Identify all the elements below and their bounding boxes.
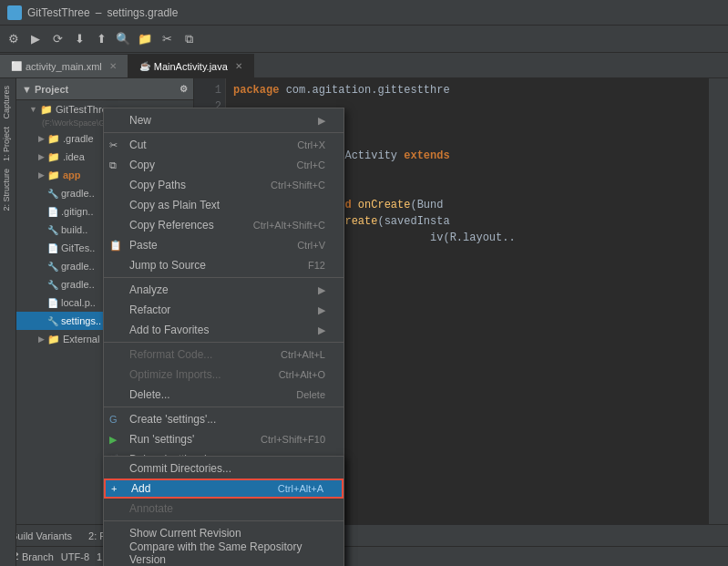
project-settings-icon[interactable]: ⚙ <box>179 84 188 94</box>
git-menu-label-add: Add <box>131 482 150 495</box>
tab-activity-main[interactable]: ⬜ activity_main.xml ✕ <box>0 54 128 77</box>
side-label-structure[interactable]: 2: Structure <box>0 165 13 215</box>
menu-label-refactor: Refactor <box>129 304 170 316</box>
menu-sep-1 <box>104 132 343 133</box>
side-labels-strip: Captures 1: Project 2: Structure <box>0 78 16 566</box>
tree-label-local: local.p.. <box>61 297 96 308</box>
git-submenu: Commit Directories... + Add Ctrl+Alt+A A… <box>103 456 344 566</box>
folder-icon-external: 📁 <box>47 334 60 345</box>
menu-item-analyze[interactable]: Analyze ▶ <box>104 280 343 300</box>
tree-arrow-gradle: ▶ <box>38 134 45 143</box>
git-menu-commit[interactable]: Commit Directories... <box>104 458 343 479</box>
toolbar-btn-1[interactable]: ⚙ <box>4 29 24 49</box>
file-icon-gitprop: 📄 <box>47 243 58 253</box>
menu-sep-2 <box>104 277 343 278</box>
shortcut-paste: Ctrl+V <box>297 240 325 251</box>
git-sep-1 <box>104 520 343 521</box>
menu-label-paste: Paste <box>129 239 158 252</box>
git-menu-label-annotate: Annotate <box>129 502 173 515</box>
shortcut-delete: Delete <box>296 389 325 400</box>
menu-item-copy-refs[interactable]: Copy References Ctrl+Alt+Shift+C <box>104 215 343 235</box>
menu-sep-3 <box>104 342 343 343</box>
side-label-project[interactable]: 1: Project <box>0 123 13 165</box>
folder-icon-idea: 📁 <box>47 151 60 163</box>
menu-item-add-favorites[interactable]: Add to Favorites ▶ <box>104 320 343 340</box>
menu-item-create[interactable]: G Create 'settings'... <box>104 409 343 429</box>
menu-item-run[interactable]: ▶ Run 'settings' Ctrl+Shift+F10 <box>104 429 343 449</box>
tab-bar: ⬜ activity_main.xml ✕ ☕ MainActivity.jav… <box>0 53 728 78</box>
toolbar-btn-9[interactable]: ⧉ <box>179 29 199 49</box>
menu-label-run: Run 'settings' <box>129 433 194 446</box>
toolbar: ⚙ ▶ ⟳ ⬇ ⬆ 🔍 📁 ✂ ⧉ <box>0 26 728 53</box>
shortcut-copy-paths: Ctrl+Shift+C <box>271 180 325 190</box>
folder-icon-app: 📁 <box>47 170 60 181</box>
tree-arrow-idea: ▶ <box>38 152 45 161</box>
submenu-arrow-favorites: ▶ <box>318 324 325 336</box>
tree-arrow-app: ▶ <box>38 170 45 180</box>
menu-label-copy-refs: Copy References <box>129 219 214 232</box>
tree-label-build: build.. <box>61 224 87 235</box>
create-icon: G <box>109 414 118 425</box>
git-menu-compare-same[interactable]: Compare with the Same Repository Version <box>104 543 343 563</box>
toolbar-btn-8[interactable]: ✂ <box>157 29 177 49</box>
menu-item-jump-source[interactable]: Jump to Source F12 <box>104 255 343 275</box>
menu-item-new[interactable]: New ▶ <box>104 110 343 130</box>
tree-label-gradle2: gradle.. <box>61 188 95 199</box>
toolbar-btn-4[interactable]: ⬇ <box>69 29 89 49</box>
git-menu-label-commit: Commit Directories... <box>129 462 231 475</box>
tab-close-2[interactable]: ✕ <box>235 61 242 71</box>
tab-close-1[interactable]: ✕ <box>109 61 117 71</box>
tree-arrow-root: ▼ <box>29 105 37 114</box>
file-name: settings.gradle <box>107 6 178 19</box>
shortcut-reformat: Ctrl+Alt+L <box>281 349 325 360</box>
toolbar-btn-2[interactable]: ▶ <box>26 29 46 49</box>
file-icon-local: 📄 <box>47 298 58 308</box>
status-encoding[interactable]: UTF-8 <box>61 551 89 562</box>
menu-label-analyze: Analyze <box>129 283 169 296</box>
cut-icon: ✂ <box>109 139 118 151</box>
paste-icon: 📋 <box>109 240 122 252</box>
menu-item-cut[interactable]: ✂ Cut Ctrl+X <box>104 135 343 155</box>
toolbar-btn-6[interactable]: 🔍 <box>113 29 133 49</box>
menu-label-create: Create 'settings'... <box>129 413 216 426</box>
menu-label-add-favorites: Add to Favorites <box>129 324 209 336</box>
toolbar-btn-3[interactable]: ⟳ <box>47 29 67 49</box>
file-icon-build: 🔧 <box>47 225 58 235</box>
code-line-1: package com.agitation.gittestthre <box>233 82 701 98</box>
side-label-captures[interactable]: Captures <box>0 82 13 123</box>
shortcut-jump-source: F12 <box>308 260 325 271</box>
git-menu-label-show-current: Show Current Revision <box>129 527 241 540</box>
tree-label-gitprop: GitTes.. <box>61 242 95 253</box>
toolbar-btn-5[interactable]: ⬆ <box>91 29 111 49</box>
app-icon <box>7 5 22 20</box>
menu-label-delete: Delete... <box>129 388 170 401</box>
run-icon: ▶ <box>109 434 117 446</box>
menu-sep-4 <box>104 406 343 407</box>
submenu-arrow-refactor: ▶ <box>318 304 325 316</box>
menu-item-refactor[interactable]: Refactor ▶ <box>104 300 343 320</box>
project-panel-title: ▼ Project <box>22 84 68 95</box>
git-menu-add[interactable]: + Add Ctrl+Alt+A <box>104 479 343 499</box>
menu-label-new: New <box>129 114 151 127</box>
menu-item-paste[interactable]: 📋 Paste Ctrl+V <box>104 235 343 255</box>
menu-label-copy-plain: Copy as Plain Text <box>129 199 220 211</box>
menu-item-copy-plain[interactable]: Copy as Plain Text <box>104 195 343 215</box>
toolbar-btn-7[interactable]: 📁 <box>135 29 155 49</box>
tree-label-gradle: .gradle <box>63 133 94 144</box>
menu-item-copy-paths[interactable]: Copy Paths Ctrl+Shift+C <box>104 175 343 195</box>
tab-label-1: activity_main.xml <box>26 61 102 72</box>
shortcut-copy-refs: Ctrl+Alt+Shift+C <box>253 220 325 231</box>
menu-label-cut: Cut <box>129 139 147 151</box>
add-icon: + <box>111 483 117 494</box>
menu-item-optimize: Optimize Imports... Ctrl+Alt+O <box>104 365 343 385</box>
shortcut-run: Ctrl+Shift+F10 <box>261 434 325 445</box>
menu-label-jump-source: Jump to Source <box>129 259 206 272</box>
file-icon-gradle2: 🔧 <box>47 189 58 199</box>
menu-item-delete[interactable]: Delete... Delete <box>104 385 343 405</box>
project-panel-header: ▼ Project ⚙ <box>16 78 193 100</box>
tree-label-gradle3: gradle.. <box>61 261 95 272</box>
menu-item-copy[interactable]: ⧉ Copy Ctrl+C <box>104 155 343 175</box>
menu-label-copy: Copy <box>129 159 155 171</box>
shortcut-cut: Ctrl+X <box>297 139 325 150</box>
tab-mainactivity[interactable]: ☕ MainActivity.java ✕ <box>128 54 254 77</box>
